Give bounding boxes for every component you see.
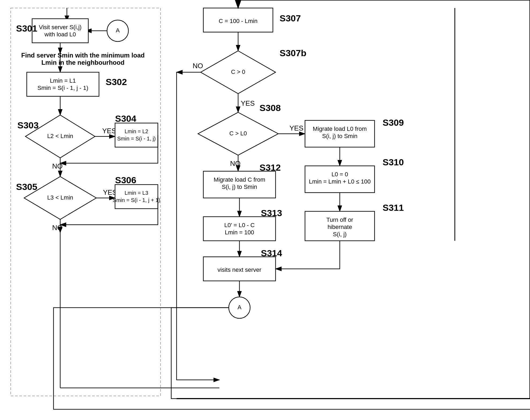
s314-text: visits next server — [218, 266, 261, 273]
s309-label: S309 — [383, 117, 404, 128]
s313-text-1: L0' = L0 - C — [224, 222, 255, 228]
s309-text-1: Migrate load L0 from — [313, 125, 367, 132]
connector-a-bottom-label: A — [238, 304, 242, 311]
s311-label: S311 — [383, 203, 404, 213]
s305-label: S305 — [16, 182, 37, 192]
s305-text: L3 < Lmin — [47, 194, 73, 201]
s303-yes-label: YES — [102, 127, 116, 135]
s308-label: S308 — [260, 103, 281, 113]
s302-text-1: Lmin = L1 — [50, 77, 76, 84]
s310-label: S310 — [383, 157, 404, 167]
s306-text-1: Lmin = L3 — [125, 190, 148, 196]
s306-box — [115, 185, 158, 209]
s310-text-2: Lmin = Lmin + L0 ≤ 100 — [309, 178, 371, 185]
cgtl0-no-label: NO — [230, 159, 241, 167]
s304-text-1: Lmin = L2 — [125, 128, 148, 134]
cgt0-text: C > 0 — [231, 68, 245, 75]
s307-label: S307 — [280, 13, 301, 23]
diagram-container: A Visit server S(i,j) with load L0 S301 … — [0, 0, 530, 420]
cgt0-yes-label: YES — [241, 99, 255, 107]
cgt0-no-label: NO — [193, 62, 203, 70]
find-server-text-1: Find server Smin with the minimum load — [21, 52, 144, 59]
top-connector-line — [238, 0, 530, 399]
s301-text-2: with load L0 — [44, 31, 76, 38]
bottom-a-loop-line — [54, 308, 530, 409]
s311-text-3: S(i, j) — [333, 231, 346, 238]
s301-label: S301 — [16, 23, 37, 33]
s306-label: S306 — [115, 175, 136, 185]
s313-text-2: Lmin = 100 — [225, 229, 254, 236]
s311-text-1: Turn off or — [326, 216, 353, 223]
find-server-text-2: Lmin in the neighbourhood — [41, 59, 125, 66]
s302-label: S302 — [106, 77, 127, 87]
arrow-a-loop — [171, 308, 530, 399]
s312-text-2: S(i, j) to Smin — [222, 184, 257, 190]
s307b-label: S307b — [280, 48, 306, 58]
s307-text: C = 100 - Lmin — [219, 18, 258, 24]
s304-text-2: Smin = S(i - 1, j) — [117, 136, 156, 142]
s304-label: S304 — [115, 113, 136, 124]
s306-text-2: Smin = S(i - 1, j + 1) — [113, 197, 160, 203]
s311-text-2: hibernate — [327, 224, 352, 230]
s303-text: L2 < Lmin — [47, 133, 73, 139]
connector-a-top-label: A — [116, 27, 120, 34]
cgtl0-yes-label: YES — [289, 124, 303, 132]
s304-box — [115, 123, 158, 147]
arrow-s311-to-s314 — [276, 241, 340, 269]
s302-text-2: Smin = S(i - 1, j - 1) — [37, 85, 88, 91]
s309-text-2: S(i, j) to Smin — [322, 133, 357, 139]
s301-text-1: Visit server S(i,j) — [39, 24, 82, 30]
s312-text-1: Migrate load C from — [213, 176, 265, 183]
s310-text-1: L0 = 0 — [331, 171, 348, 178]
cgtl0-text: C > L0 — [229, 130, 247, 137]
s303-label: S303 — [17, 120, 39, 130]
